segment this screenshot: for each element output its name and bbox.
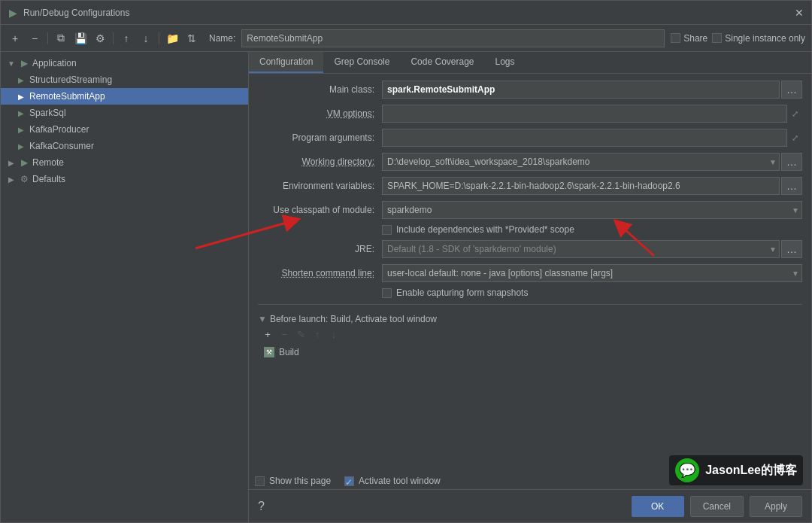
jre-label: JRE: <box>258 244 382 254</box>
save-button[interactable]: 💾 <box>72 30 89 47</box>
classpath-label: Use classpath of module: <box>258 205 382 215</box>
move-down-button[interactable]: ↓ <box>138 30 154 47</box>
enable-snapshots-checkbox[interactable] <box>382 288 392 298</box>
run-debug-configurations-dialog: ▶ Run/Debug Configurations ✕ + − ⧉ 💾 ⚙ ↑… <box>0 0 812 523</box>
before-launch-add-button[interactable]: + <box>261 327 274 341</box>
classpath-row: Use classpath of module: sparkdemo ▼ <box>258 200 802 220</box>
remote-submit-app-label: RemoteSubmitApp <box>29 91 105 102</box>
tab-grep-console-label: Grep Console <box>334 56 389 67</box>
application-label: Application <box>32 58 77 68</box>
program-args-label: Program arguments: <box>258 132 382 143</box>
spark-sql-icon: ▶ <box>16 108 26 118</box>
program-args-input[interactable] <box>382 129 787 147</box>
main-class-row: Main class: … <box>258 80 802 99</box>
share-checkbox-label[interactable]: Share <box>671 33 707 44</box>
tab-code-coverage-label: Code Coverage <box>411 56 474 67</box>
env-vars-row: Environment variables: … <box>258 176 802 196</box>
main-class-dots-button[interactable]: … <box>781 81 802 99</box>
build-label: Build <box>279 347 299 357</box>
sidebar-item-spark-sql[interactable]: ▶ SparkSql <box>1 105 248 121</box>
sidebar-item-kafka-producer[interactable]: ▶ KafkaProducer <box>1 121 248 138</box>
dialog-title: Run/Debug Configurations <box>23 8 793 18</box>
jre-select[interactable]: Default (1.8 - SDK of 'sparkdemo' module… <box>382 240 780 258</box>
sidebar-item-structured-streaming[interactable]: ▶ StructuredStreaming <box>1 71 248 88</box>
include-deps-checkbox[interactable] <box>382 225 392 235</box>
before-launch-up-button[interactable]: ↑ <box>311 327 324 341</box>
watermark: 💬 JasonLee的博客 <box>669 455 803 485</box>
close-button[interactable]: ✕ <box>793 7 805 19</box>
tab-logs[interactable]: Logs <box>485 52 526 73</box>
working-dir-row: Working directory: ▼ … <box>258 152 802 172</box>
separator-2 <box>113 32 114 44</box>
tab-grep-console[interactable]: Grep Console <box>323 52 400 73</box>
copy-button[interactable]: ⧉ <box>53 30 69 47</box>
move-up-button[interactable]: ↑ <box>118 30 135 47</box>
kafka-producer-label: KafkaProducer <box>29 124 89 135</box>
shorten-cmd-select[interactable]: user-local default: none - java [options… <box>382 264 802 282</box>
application-icon: ▶ <box>19 58 29 68</box>
env-vars-input[interactable] <box>382 177 780 195</box>
program-args-expand-button[interactable]: ⤢ <box>787 130 802 145</box>
before-launch-label: Before launch: Build, Activate tool wind… <box>270 314 437 324</box>
sidebar-item-application[interactable]: ▼ ▶ Application <box>1 55 248 71</box>
include-deps-row: Include dependencies with *Provided* sco… <box>258 224 802 235</box>
share-label: Share <box>683 33 707 44</box>
before-launch-remove-button[interactable]: − <box>277 327 291 341</box>
build-icon: ⚒ <box>264 347 274 357</box>
sidebar-item-kafka-consumer[interactable]: ▶ KafkaConsumer <box>1 138 248 154</box>
folder-button[interactable]: 📁 <box>164 30 180 47</box>
env-vars-label: Environment variables: <box>258 181 382 191</box>
dialog-icon: ▶ <box>7 7 19 19</box>
application-arrow: ▼ <box>7 59 16 68</box>
share-checkbox[interactable] <box>671 33 680 43</box>
sidebar: ▼ ▶ Application ▶ StructuredStreaming ▶ … <box>1 52 249 522</box>
vm-options-input[interactable] <box>382 105 787 123</box>
remote-arrow: ▶ <box>7 158 16 167</box>
sidebar-item-defaults[interactable]: ▶ ⚙ Defaults <box>1 171 248 187</box>
working-dir-dots-button[interactable]: … <box>781 153 802 171</box>
working-dir-label: Working directory: <box>258 157 382 167</box>
tabs: Configuration Grep Console Code Coverage… <box>249 52 811 74</box>
working-dir-wrapper: ▼ <box>382 153 780 171</box>
remove-button[interactable]: − <box>26 30 43 47</box>
title-bar: ▶ Run/Debug Configurations ✕ <box>1 1 811 25</box>
jre-dots-button[interactable]: … <box>781 240 802 258</box>
sidebar-item-remote[interactable]: ▶ ▶ Remote <box>1 154 248 171</box>
main-content: ▼ ▶ Application ▶ StructuredStreaming ▶ … <box>1 52 811 522</box>
tab-code-coverage[interactable]: Code Coverage <box>400 52 484 73</box>
before-launch-down-button[interactable]: ↓ <box>327 327 341 341</box>
cancel-button[interactable]: Cancel <box>690 496 744 517</box>
before-launch-edit-button[interactable]: ✎ <box>294 327 308 341</box>
separator <box>258 304 802 305</box>
main-class-input[interactable] <box>382 81 780 99</box>
help-button[interactable]: ? <box>258 500 265 513</box>
single-instance-label: Single instance only <box>725 33 805 44</box>
tab-logs-label: Logs <box>495 56 515 67</box>
single-instance-checkbox-label[interactable]: Single instance only <box>712 33 805 44</box>
structured-streaming-icon: ▶ <box>16 74 26 85</box>
apply-button[interactable]: Apply <box>750 496 802 517</box>
name-input[interactable] <box>241 29 665 47</box>
show-page-checkbox[interactable] <box>255 476 265 486</box>
env-vars-dots-button[interactable]: … <box>781 177 802 195</box>
working-dir-input[interactable] <box>382 153 780 171</box>
config-button[interactable]: ⚙ <box>92 30 108 47</box>
classpath-select[interactable]: sparkdemo <box>382 201 802 219</box>
before-launch-arrow-icon: ▼ <box>258 314 267 324</box>
add-button[interactable]: + <box>7 30 23 47</box>
vm-options-expand-button[interactable]: ⤢ <box>787 106 802 121</box>
watermark-icon: 💬 <box>675 458 699 482</box>
shorten-cmd-row: Shorten command line: user-local default… <box>258 263 802 283</box>
include-deps-label: Include dependencies with *Provided* sco… <box>396 224 574 235</box>
activate-window-checkbox[interactable]: ✓ <box>344 476 354 486</box>
remote-label: Remote <box>32 157 64 168</box>
ok-button[interactable]: OK <box>632 496 684 517</box>
tab-configuration-label: Configuration <box>259 56 313 67</box>
tab-configuration[interactable]: Configuration <box>249 52 323 73</box>
vm-options-label: VM options: <box>258 108 382 119</box>
sort-button[interactable]: ⇅ <box>183 30 200 47</box>
show-page-label: Show this page <box>269 476 331 486</box>
single-instance-checkbox[interactable] <box>712 33 722 43</box>
build-item: ⚒ Build <box>258 344 802 360</box>
sidebar-item-remote-submit-app[interactable]: ▶ RemoteSubmitApp <box>1 88 248 105</box>
